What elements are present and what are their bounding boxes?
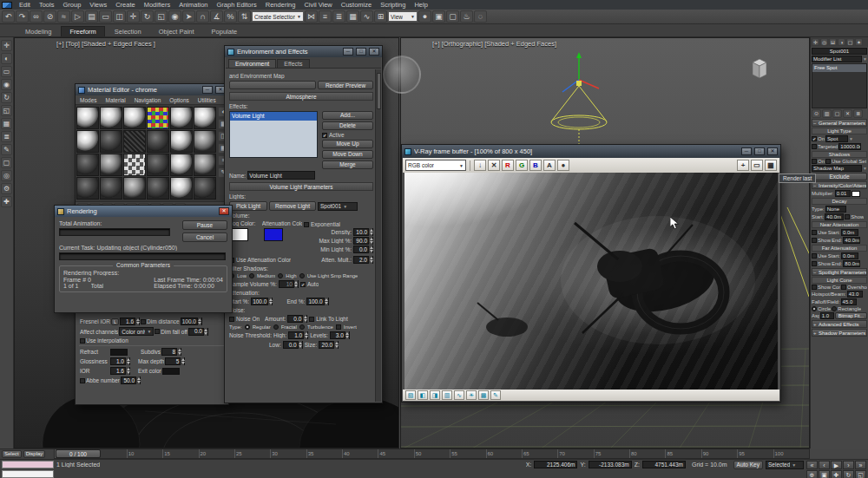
menu-item[interactable]: Navigation: [130, 95, 166, 105]
affect-channels-dropdown[interactable]: Color only▼: [119, 327, 154, 336]
x-coordinate-field[interactable]: 2125.406m: [534, 461, 577, 468]
density-spinner[interactable]: 10.0: [353, 228, 373, 236]
display-tab-icon[interactable]: ▢: [846, 38, 854, 46]
ribbon-tab[interactable]: Freeform: [61, 26, 104, 36]
track-mouse-icon[interactable]: +: [737, 160, 749, 171]
menu-item[interactable]: Civil View: [299, 0, 336, 10]
min-light-spinner[interactable]: 0.0: [353, 246, 373, 253]
rectangle-radio[interactable]: [832, 306, 837, 311]
layer-manager-icon[interactable]: ≣: [332, 10, 345, 23]
invert-checkbox[interactable]: [336, 324, 341, 330]
material-slot[interactable]: [147, 107, 169, 129]
red-channel-icon[interactable]: R: [502, 160, 514, 171]
menu-item[interactable]: Views: [85, 0, 111, 10]
left-tool-icon[interactable]: ✎: [1, 144, 12, 155]
use-light-smp-range-radio[interactable]: [299, 273, 305, 278]
falloff-field[interactable]: 45.0: [841, 298, 857, 305]
region-render-icon[interactable]: ▭: [751, 160, 763, 171]
atmosphere-effects-list[interactable]: Volume Light: [229, 111, 318, 158]
sample-volume-spinner[interactable]: 10: [279, 280, 299, 288]
rendered-frame-window-icon[interactable]: ▢: [446, 10, 459, 23]
next-frame-icon[interactable]: ›: [843, 461, 854, 469]
abbe-number-spinner[interactable]: 50.0: [121, 377, 141, 384]
targeted-checkbox[interactable]: [812, 144, 817, 149]
left-tool-icon[interactable]: ◎: [1, 170, 12, 181]
near-use-checkbox[interactable]: [812, 230, 817, 235]
material-slot[interactable]: [194, 177, 216, 200]
levels-icon[interactable]: ▥: [442, 390, 452, 400]
rollout-general-parameters[interactable]: General Parameters: [812, 119, 867, 127]
circle-radio[interactable]: [812, 306, 817, 311]
play-animation-icon[interactable]: ▶: [831, 461, 842, 469]
remove-modifier-icon[interactable]: ✕: [843, 109, 852, 118]
use-global-settings-checkbox[interactable]: [825, 159, 831, 164]
far-end-field[interactable]: 80.0m: [843, 260, 860, 267]
left-tool-icon[interactable]: ▢: [1, 157, 12, 168]
modify-tab-icon[interactable]: ◎: [820, 38, 828, 46]
spinner-arrows[interactable]: [293, 280, 298, 288]
menu-item[interactable]: Tools: [35, 0, 59, 10]
make-unique-icon[interactable]: ▢: [832, 109, 842, 118]
minimize-button[interactable]: ─: [202, 86, 213, 94]
select-mode-button[interactable]: Select: [2, 450, 22, 458]
material-slot[interactable]: [147, 177, 169, 200]
dialog-tab[interactable]: Environment: [228, 59, 276, 68]
move-up-button[interactable]: Move Up: [322, 140, 373, 148]
menu-item[interactable]: Create: [111, 0, 140, 10]
render-image[interactable]: [404, 173, 778, 390]
modifier-list-dropdown[interactable]: Modifier List: [812, 56, 862, 62]
left-tool-icon[interactable]: ≣: [1, 131, 12, 142]
refract-color-swatch[interactable]: [110, 349, 128, 356]
rollout-intensity-color-attenuation[interactable]: Intensity/Color/Attenuation: [812, 181, 867, 189]
material-slot[interactable]: [100, 154, 122, 176]
bind-to-space-warp-icon[interactable]: ≈: [57, 10, 70, 23]
left-tool-icon[interactable]: ✚: [1, 196, 12, 207]
zoom-extents-icon[interactable]: ▣: [819, 470, 830, 478]
light-type-dropdown[interactable]: Spot: [825, 135, 848, 142]
spinner-arrows[interactable]: [135, 318, 139, 325]
left-tool-icon[interactable]: ↻: [1, 92, 12, 103]
turbulence-radio[interactable]: [299, 324, 305, 330]
steering-wheel-gizmo[interactable]: [383, 56, 421, 94]
material-slot[interactable]: [76, 177, 99, 200]
render-iterative-icon[interactable]: ◌: [474, 10, 487, 23]
material-slot[interactable]: [170, 130, 193, 153]
move-down-button[interactable]: Move Down: [322, 150, 373, 159]
maxscript-mini-listener-input[interactable]: [2, 470, 54, 478]
vray-frame-buffer-titlebar[interactable]: V-Ray frame buffer - [100% of 800 x 450]…: [402, 145, 780, 158]
y-coordinate-field[interactable]: -2133.083m: [589, 461, 632, 468]
material-slot[interactable]: [76, 107, 99, 129]
material-slot[interactable]: [76, 154, 99, 176]
blue-channel-icon[interactable]: B: [529, 160, 542, 171]
ribbon-toggle-icon[interactable]: ▦: [346, 10, 359, 23]
spinner-snap-icon[interactable]: ⇅: [238, 10, 251, 23]
levels-spinner[interactable]: 3.0: [330, 331, 350, 339]
auto-checkbox[interactable]: [300, 282, 306, 287]
curves-icon[interactable]: ∿: [454, 390, 464, 400]
near-show-checkbox[interactable]: [812, 238, 817, 243]
filter-high-radio[interactable]: [278, 273, 283, 278]
selection-set-dropdown[interactable]: Selected ▼: [766, 461, 804, 469]
clear-image-icon[interactable]: ✕: [488, 160, 500, 171]
pan-icon[interactable]: ✚: [831, 470, 842, 478]
left-tool-icon[interactable]: ▦: [1, 118, 12, 129]
menu-item[interactable]: Customize: [337, 0, 376, 10]
multiplier-field[interactable]: 0.01: [835, 190, 851, 197]
motion-tab-icon[interactable]: ◑: [838, 38, 845, 46]
maximize-button[interactable]: □: [356, 48, 366, 56]
environment-map-button[interactable]: [229, 81, 316, 89]
spinner-arrows[interactable]: [180, 357, 184, 365]
material-slot[interactable]: [170, 177, 193, 200]
minimize-button[interactable]: ─: [741, 147, 752, 155]
pixel-info-icon[interactable]: ▧: [405, 390, 416, 400]
atten-mult-spinner[interactable]: 2.0: [353, 256, 373, 264]
close-button[interactable]: ✕: [219, 207, 229, 215]
material-slot[interactable]: [123, 130, 146, 153]
left-tool-icon[interactable]: ◐: [1, 53, 12, 64]
left-tool-icon[interactable]: ◉: [1, 79, 12, 90]
duplicate-to-host-icon[interactable]: ▦: [765, 160, 777, 171]
mirror-icon[interactable]: ⋈: [305, 10, 318, 23]
select-object-icon[interactable]: ▷: [71, 10, 84, 23]
configure-modifier-sets-icon[interactable]: ≣: [853, 109, 863, 118]
menu-item[interactable]: Options: [165, 95, 193, 105]
